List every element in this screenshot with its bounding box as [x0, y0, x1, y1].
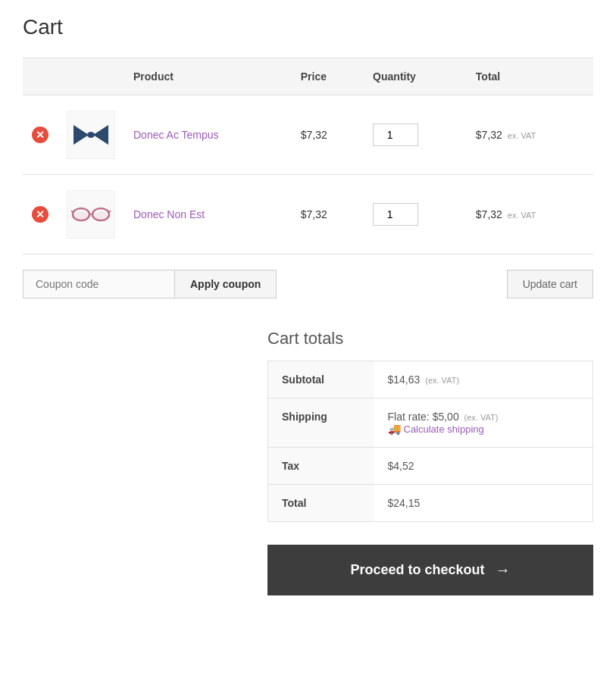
product-total: $7,32 ex. VAT	[467, 95, 593, 175]
total-ex-vat: ex. VAT	[508, 211, 536, 220]
subtotal-label: Subtotal	[268, 361, 374, 398]
remove-item-button[interactable]: ✕	[32, 127, 48, 143]
proceed-to-checkout-button[interactable]: Proceed to checkout →	[267, 545, 593, 595]
table-row: ✕ Donec Non Est$7,32$7,32 ex. VAT	[23, 175, 593, 255]
proceed-label: Proceed to checkout	[350, 562, 484, 578]
cart-totals-section: Cart totals Subtotal $14,63 (ex. VAT) Sh…	[23, 329, 593, 522]
svg-line-6	[71, 211, 73, 212]
quantity-input[interactable]	[373, 203, 418, 226]
shipping-label: Shipping	[268, 398, 374, 448]
product-price: $7,32	[292, 95, 364, 175]
svg-marker-0	[73, 125, 89, 145]
remove-icon: ✕	[32, 127, 48, 143]
total-ex-vat: ex. VAT	[508, 131, 536, 140]
cart-table: Product Price Quantity Total ✕ Donec Ac …	[23, 58, 593, 255]
col-header-quantity: Quantity	[364, 58, 467, 95]
col-header-total: Total	[467, 58, 593, 95]
shipping-value: Flat rate: $5,00 (ex. VAT) 🚚Calculate sh…	[374, 398, 593, 448]
coupon-input[interactable]	[23, 270, 174, 298]
shipping-ex-vat: (ex. VAT)	[464, 413, 499, 422]
tax-value: $4,52	[374, 448, 593, 485]
svg-point-9	[95, 211, 107, 219]
subtotal-row: Subtotal $14,63 (ex. VAT)	[268, 361, 593, 398]
coupon-row: Apply coupon Update cart	[23, 270, 593, 298]
calculate-shipping-link[interactable]: Calculate shipping	[404, 423, 484, 435]
col-header-thumbnail	[58, 58, 124, 95]
tax-row: Tax $4,52	[268, 448, 593, 485]
svg-line-7	[109, 211, 111, 212]
totals-table: Subtotal $14,63 (ex. VAT) Shipping Flat …	[267, 361, 593, 522]
update-cart-button[interactable]: Update cart	[507, 270, 593, 298]
svg-point-2	[87, 132, 95, 138]
total-row: Total $24,15	[268, 485, 593, 522]
product-total: $7,32 ex. VAT	[467, 175, 593, 255]
total-value: $24,15	[374, 485, 593, 522]
cart-totals-box: Cart totals Subtotal $14,63 (ex. VAT) Sh…	[267, 329, 593, 522]
tax-label: Tax	[268, 448, 374, 485]
product-price: $7,32	[292, 175, 364, 255]
col-header-remove	[23, 58, 58, 95]
svg-marker-1	[93, 125, 108, 145]
col-header-product: Product	[124, 58, 292, 95]
product-thumbnail	[67, 111, 115, 159]
shipping-row: Shipping Flat rate: $5,00 (ex. VAT) 🚚Cal…	[268, 398, 593, 448]
cart-totals-title: Cart totals	[267, 329, 593, 348]
page-title: Cart	[23, 15, 593, 39]
subtotal-amount: $14,63	[388, 373, 421, 386]
truck-icon: 🚚	[388, 423, 401, 435]
product-name-link[interactable]: Donec Ac Tempus	[133, 129, 219, 141]
coupon-left: Apply coupon	[23, 270, 277, 298]
product-name-link[interactable]: Donec Non Est	[133, 208, 205, 220]
remove-item-button[interactable]: ✕	[32, 206, 48, 223]
col-header-price: Price	[292, 58, 364, 95]
apply-coupon-button[interactable]: Apply coupon	[174, 270, 277, 298]
glasses-product-image	[71, 206, 111, 223]
svg-point-8	[75, 211, 87, 219]
subtotal-ex-vat: (ex. VAT)	[425, 376, 459, 385]
total-label: Total	[268, 485, 374, 522]
table-row: ✕ Donec Ac Tempus$7,32$7,32 ex. VAT	[23, 95, 593, 175]
remove-icon: ✕	[32, 206, 48, 223]
proceed-btn-wrap: Proceed to checkout →	[23, 545, 593, 595]
product-thumbnail	[67, 190, 115, 239]
shipping-amount: Flat rate: $5,00	[388, 411, 459, 423]
quantity-input[interactable]	[373, 123, 418, 146]
arrow-icon: →	[496, 561, 511, 579]
bowtie-product-image	[72, 123, 110, 146]
subtotal-value: $14,63 (ex. VAT)	[374, 361, 593, 398]
